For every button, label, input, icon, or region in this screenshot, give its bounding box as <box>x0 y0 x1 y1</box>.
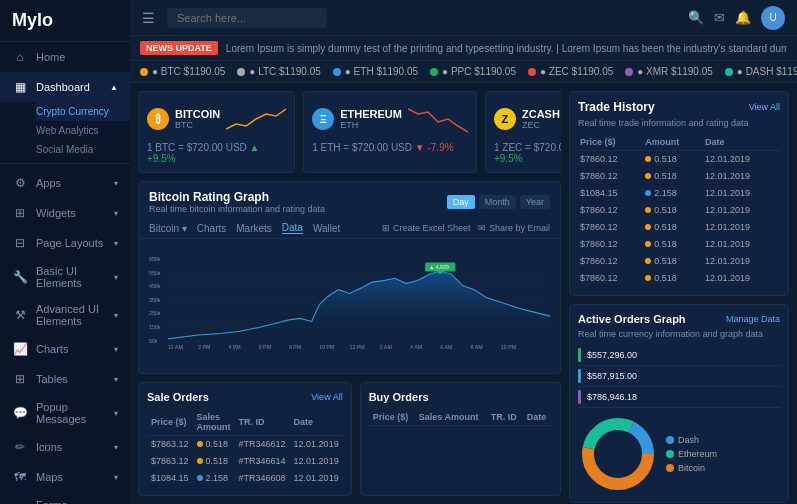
sale-id: #TR346608 <box>235 470 290 487</box>
chart-btn-month[interactable]: Month <box>479 195 516 209</box>
sidebar-item-apps[interactable]: ⚙ Apps ▾ <box>0 168 130 198</box>
svg-text:2 AM: 2 AM <box>380 344 392 350</box>
xmr-dot <box>625 68 633 76</box>
ticker-zec-label: ● ZEC $1190.05 <box>540 66 613 77</box>
sidebar-item-charts[interactable]: 📈 Charts ▾ <box>0 334 130 364</box>
sidebar-item-icons[interactable]: ✏ Icons ▾ <box>0 432 130 462</box>
sidebar-item-home[interactable]: ⌂ Home <box>0 42 130 72</box>
menu-toggle-icon[interactable]: ☰ <box>142 10 155 26</box>
sidebar-item-label: Advanced UI Elements <box>36 303 114 327</box>
chart-title-area: Bitcoin Rating Graph Real time bitcoin i… <box>149 190 325 214</box>
topbar: ☰ 🔍 ✉ 🔔 U <box>130 0 797 36</box>
sidebar-item-crypto[interactable]: Crypto Currency <box>36 102 130 121</box>
svg-text:▲ 4,929: ▲ 4,929 <box>429 264 449 270</box>
manage-data-link[interactable]: Manage Data <box>726 314 780 324</box>
sale-orders-table: Price ($) Sales Amount TR. ID Date $7863… <box>147 409 343 487</box>
search-input[interactable] <box>167 8 327 28</box>
sidebar-item-dashboard[interactable]: ▦ Dashboard ▲ <box>0 72 130 102</box>
advanced-ui-icon: ⚒ <box>12 307 28 323</box>
svg-text:550k: 550k <box>149 270 161 276</box>
chart-btn-year[interactable]: Year <box>520 195 550 209</box>
share-email-action[interactable]: ✉ Share by Email <box>478 223 550 233</box>
svg-text:250k: 250k <box>149 310 161 316</box>
sale-date: 12.01.2019 <box>290 453 343 470</box>
active-orders-section: Active Orders Graph Manage Data Real tim… <box>569 304 789 503</box>
active-order-price: $786,946.18 <box>587 392 780 402</box>
create-excel-action[interactable]: ⊞ Create Excel Sheet <box>382 223 470 233</box>
order-color-indicator <box>578 369 581 383</box>
chart-btn-day[interactable]: Day <box>447 195 475 209</box>
sidebar-item-basic-ui[interactable]: 🔧 Basic UI Elements ▾ <box>0 258 130 296</box>
basic-ui-icon: 🔧 <box>12 269 28 285</box>
notification-icon[interactable]: 🔔 <box>735 10 751 25</box>
btc-title: BITCOIN <box>175 108 220 120</box>
buy-orders-table: Price ($) Sales Amount TR. ID Date <box>369 409 552 426</box>
chart-area: 650k 550k 450k 350k 250k 150k 50k <box>139 239 560 373</box>
sidebar-item-page-layouts[interactable]: ⊟ Page Layouts ▾ <box>0 228 130 258</box>
active-orders-subtitle: Real time currency information and graph… <box>578 329 780 339</box>
sidebar-item-tables[interactable]: ⊞ Tables ▾ <box>0 364 130 394</box>
filter-bitcoin[interactable]: Bitcoin ▾ <box>149 223 187 234</box>
sidebar-item-forms[interactable]: 📝 Forms Elements ▾ <box>0 492 130 504</box>
sidebar-item-advanced-ui[interactable]: ⚒ Advanced UI Elements ▾ <box>0 296 130 334</box>
sidebar: Mylo ⌂ Home ▦ Dashboard ▲ Crypto Currenc… <box>0 0 130 504</box>
crypto-card-zec-header: Z ZCASH ZEC <box>494 100 561 138</box>
eth-sparkline <box>408 104 468 134</box>
btc-dot <box>140 68 148 76</box>
trade-history-table: Price ($) Amount Date $7860.12 0.518 12.… <box>578 134 780 287</box>
filter-markets[interactable]: Markets <box>236 223 272 234</box>
filter-data[interactable]: Data <box>282 222 303 234</box>
sidebar-nav: ⌂ Home ▦ Dashboard ▲ Crypto Currency Web… <box>0 42 130 504</box>
ticker-ppc: ● PPC $1190.05 <box>430 66 516 77</box>
trade-history-view-all[interactable]: View All <box>749 102 780 112</box>
sidebar-item-popup[interactable]: 💬 Popup Messages ▾ <box>0 394 130 432</box>
avatar[interactable]: U <box>761 6 785 30</box>
sale-orders-view-all[interactable]: View All <box>311 392 342 402</box>
sidebar-item-maps[interactable]: 🗺 Maps ▾ <box>0 462 130 492</box>
zec-price: 1 ZEC = $720.00 USD ▲ +9.5% <box>494 142 561 164</box>
filter-charts[interactable]: Charts <box>197 223 226 234</box>
sidebar-item-label: Icons <box>36 441 114 453</box>
sale-amount: 0.518 <box>193 436 235 453</box>
trade-amount: 0.518 <box>643 168 703 185</box>
svg-text:450k: 450k <box>149 283 161 289</box>
eth-icon: Ξ <box>312 108 334 130</box>
zec-dot <box>528 68 536 76</box>
sidebar-item-label: Apps <box>36 177 114 189</box>
trade-row: $7860.12 0.518 12.01.2019 <box>578 270 780 287</box>
sidebar-item-social[interactable]: Social Media <box>36 140 130 159</box>
sale-col-date: Date <box>290 409 343 436</box>
trade-price: $7860.12 <box>578 253 643 270</box>
chart-controls: Day Month Year <box>447 195 550 209</box>
search-icon[interactable]: 🔍 <box>688 10 704 25</box>
sidebar-sub-menu: Crypto Currency Web Analytics Social Med… <box>0 102 130 159</box>
trade-date: 12.01.2019 <box>703 185 780 202</box>
zec-title: ZCASH <box>522 108 560 120</box>
chevron-down-icon: ▾ <box>114 273 118 282</box>
dash-dot <box>725 68 733 76</box>
tables-icon: ⊞ <box>12 371 28 387</box>
trade-row: $7860.12 0.518 12.01.2019 <box>578 253 780 270</box>
chevron-down-icon: ▾ <box>114 209 118 218</box>
svg-text:12 PM: 12 PM <box>350 344 365 350</box>
legend-dash: Dash <box>666 435 717 445</box>
donut-chart-container: Dash Ethereum Bitcoin <box>578 414 780 494</box>
trade-price: $7860.12 <box>578 168 643 185</box>
trade-date: 12.01.2019 <box>703 151 780 168</box>
maps-icon: 🗺 <box>12 469 28 485</box>
sidebar-item-label: Home <box>36 51 118 63</box>
sidebar-item-web-analytics[interactable]: Web Analytics <box>36 121 130 140</box>
sale-orders-header: Sale Orders View All <box>147 391 343 403</box>
sidebar-sub-label: Crypto Currency <box>36 106 118 117</box>
nav-divider <box>0 163 130 164</box>
trade-price: $7860.12 <box>578 236 643 253</box>
svg-text:650k: 650k <box>149 256 161 262</box>
email-icon[interactable]: ✉ <box>714 10 725 25</box>
eth-title: ETHEREUM <box>340 108 402 120</box>
trade-col-amount: Amount <box>643 134 703 151</box>
sidebar-item-widgets[interactable]: ⊞ Widgets ▾ <box>0 198 130 228</box>
trade-amount: 0.518 <box>643 151 703 168</box>
trade-history-title: Trade History <box>578 100 655 114</box>
filter-wallet[interactable]: Wallet <box>313 223 340 234</box>
ticker-btc: ● BTC $1190.05 <box>140 66 225 77</box>
